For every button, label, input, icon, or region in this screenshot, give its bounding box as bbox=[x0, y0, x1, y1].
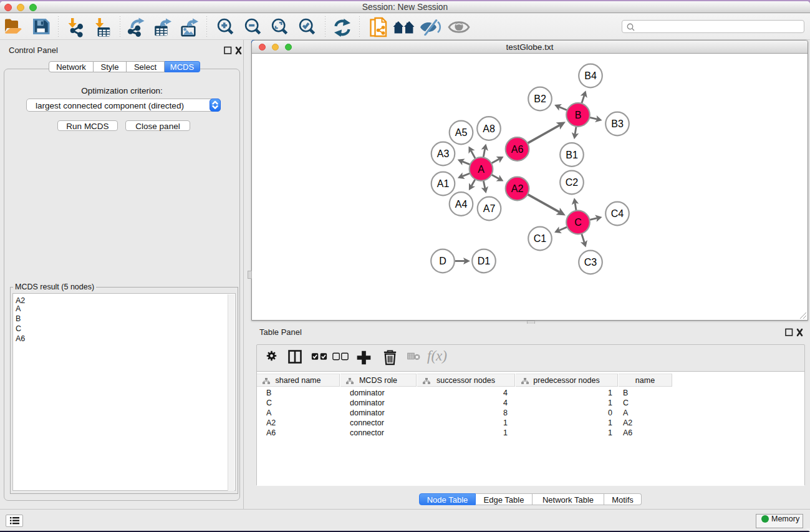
svg-text:B2: B2 bbox=[534, 94, 546, 104]
svg-text:A6: A6 bbox=[511, 144, 524, 155]
svg-text:C4: C4 bbox=[611, 208, 624, 219]
svg-text:D: D bbox=[439, 256, 446, 266]
svg-text:C: C bbox=[574, 217, 582, 228]
svg-text:A4: A4 bbox=[455, 199, 468, 210]
svg-text:A3: A3 bbox=[437, 148, 450, 159]
svg-text:B1: B1 bbox=[566, 150, 578, 160]
svg-text:D1: D1 bbox=[478, 256, 491, 266]
svg-text:B: B bbox=[575, 110, 582, 120]
svg-text:A1: A1 bbox=[437, 178, 450, 189]
svg-text:C1: C1 bbox=[534, 233, 547, 244]
svg-text:A8: A8 bbox=[483, 123, 495, 134]
svg-text:A2: A2 bbox=[511, 183, 524, 194]
svg-text:C3: C3 bbox=[584, 257, 597, 268]
svg-text:B4: B4 bbox=[584, 70, 597, 81]
svg-text:A7: A7 bbox=[483, 203, 496, 214]
svg-text:B3: B3 bbox=[611, 118, 624, 129]
svg-text:A: A bbox=[478, 164, 485, 175]
svg-text:C2: C2 bbox=[566, 177, 579, 188]
svg-text:A5: A5 bbox=[455, 127, 468, 138]
